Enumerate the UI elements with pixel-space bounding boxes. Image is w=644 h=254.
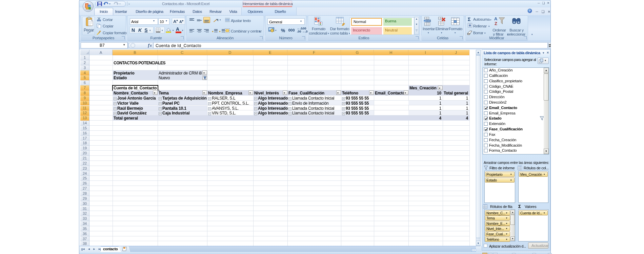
svg-text:A: A bbox=[494, 16, 498, 21]
svg-text:Z: Z bbox=[495, 21, 497, 25]
